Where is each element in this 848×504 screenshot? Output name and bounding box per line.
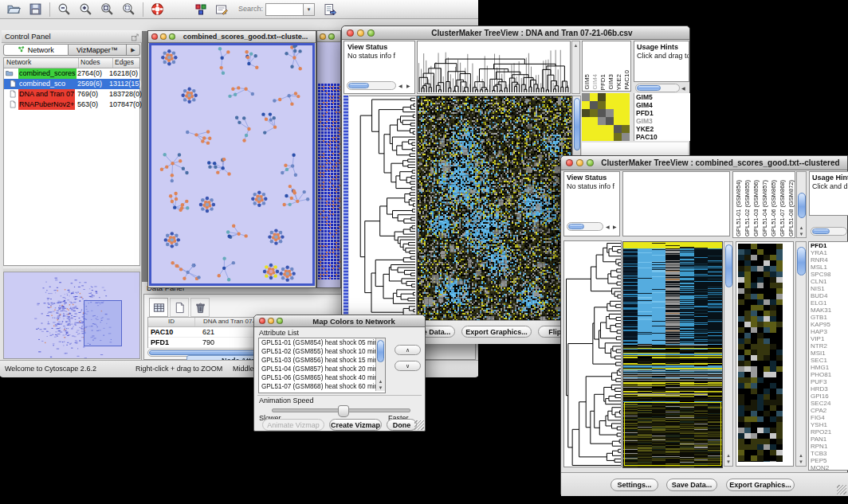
- zoom-button[interactable]: [277, 318, 283, 324]
- matrix-cell[interactable]: [582, 93, 590, 101]
- open-icon[interactable]: [7, 2, 21, 16]
- scroll-thumb[interactable]: [574, 98, 580, 150]
- col-header-nodes[interactable]: Nodes: [79, 58, 113, 68]
- resize-grip[interactable]: [837, 485, 846, 494]
- matrix-cell[interactable]: [598, 117, 606, 125]
- column-label[interactable]: GIM3: [607, 74, 615, 90]
- column-label[interactable]: GIM5: [583, 74, 591, 90]
- zoom-button[interactable]: [169, 33, 175, 40]
- gene-label[interactable]: PEP5: [811, 457, 848, 464]
- row-label[interactable]: GIM3: [636, 117, 690, 125]
- gene-label[interactable]: SEC1: [811, 357, 848, 364]
- matrix-cell[interactable]: [614, 101, 622, 109]
- tv1-row-dendrogram[interactable]: [349, 96, 415, 318]
- scroll-down-arrow[interactable]: ▼: [796, 459, 806, 464]
- scroll-down-arrow[interactable]: ▼: [376, 385, 385, 390]
- matrix-cell[interactable]: [622, 133, 630, 141]
- tv2-uh-scrollbar[interactable]: [811, 227, 847, 236]
- matrix-cell[interactable]: [622, 125, 630, 133]
- matrix-cell[interactable]: [606, 101, 614, 109]
- help-icon[interactable]: [151, 2, 164, 16]
- gene-label[interactable]: MSL1: [811, 264, 848, 271]
- row-label[interactable]: PAC10: [636, 133, 690, 141]
- network-overview-panel[interactable]: [3, 272, 140, 359]
- tv1-uh-scrollbar[interactable]: [635, 84, 680, 92]
- matrix-cell[interactable]: [598, 101, 606, 109]
- attribute-list-item[interactable]: GPL51-07 (GSM868) heat shock 60 min: [259, 382, 385, 391]
- tv1-similarity-matrix[interactable]: [582, 93, 630, 141]
- scroll-thumb[interactable]: [725, 244, 732, 287]
- new-attribute-icon[interactable]: [170, 298, 189, 317]
- tv2-heatmap[interactable]: [622, 241, 723, 468]
- matrix-cell[interactable]: [606, 109, 614, 117]
- column-label[interactable]: GPL51-04 (GSM857): [760, 180, 769, 236]
- gene-label[interactable]: GPI16: [811, 393, 848, 400]
- panel-splitter[interactable]: [3, 267, 140, 271]
- dense-network-view[interactable]: [317, 84, 340, 279]
- animation-speed-slider[interactable]: [272, 408, 410, 412]
- gene-label[interactable]: HMG1: [811, 364, 848, 371]
- tv2-collabel-scrollbar[interactable]: ▲ ▼: [796, 171, 807, 238]
- column-label[interactable]: GPL51-07 (GSM868): [778, 180, 787, 236]
- resize-grip[interactable]: [414, 420, 424, 430]
- zoom-button[interactable]: [328, 33, 335, 40]
- done-button[interactable]: Done: [387, 419, 417, 431]
- matrix-cell[interactable]: [582, 101, 590, 109]
- row-label[interactable]: GIM4: [636, 101, 690, 109]
- gene-label[interactable]: BUD4: [811, 292, 848, 299]
- matrix-cell[interactable]: [614, 117, 622, 125]
- column-label[interactable]: GIM4: [591, 74, 599, 90]
- move-down-button[interactable]: ∨: [395, 361, 421, 371]
- gene-label[interactable]: CLN1: [811, 278, 848, 285]
- tv1-titlebar[interactable]: ClusterMaker TreeView : DNA and Tran 07-…: [342, 26, 689, 40]
- matrix-cell[interactable]: [614, 109, 622, 117]
- gene-label[interactable]: RPO21: [811, 428, 848, 436]
- tv2-export-graphics-button[interactable]: Export Graphics...: [726, 479, 795, 491]
- gene-label[interactable]: KAP95: [811, 321, 848, 328]
- gene-label[interactable]: MSI1: [811, 350, 848, 357]
- annotation-icon[interactable]: [215, 3, 228, 16]
- column-label[interactable]: GPL51-08 (GSM872): [787, 180, 795, 236]
- matrix-cell[interactable]: [582, 133, 590, 141]
- network-table-row[interactable]: combined_scores2764(0)16218(0): [4, 68, 139, 79]
- attribute-listbox[interactable]: GPL51-01 (GSM854) heat shock 05 minGPL51…: [258, 338, 386, 393]
- gene-label[interactable]: FIG4: [811, 414, 848, 421]
- matrix-cell[interactable]: [598, 93, 606, 101]
- matrix-cell[interactable]: [622, 93, 630, 101]
- zoom-fit-icon[interactable]: [100, 2, 114, 16]
- tab-vizmapper[interactable]: VizMapper™: [69, 44, 127, 56]
- gene-label[interactable]: PAN1: [811, 436, 848, 443]
- gene-label[interactable]: CPA2: [811, 407, 848, 414]
- tv2-zoom-heatmap[interactable]: [738, 244, 783, 462]
- matrix-cell[interactable]: [614, 125, 622, 133]
- search-input[interactable]: [265, 3, 304, 16]
- listbox-scrollbar[interactable]: ▲ ▼: [375, 338, 385, 391]
- network-table-row[interactable]: RNAPuberNov2+563(0)107847(0): [4, 100, 139, 110]
- zoom-out-icon[interactable]: [57, 2, 71, 16]
- gene-label[interactable]: PUF3: [811, 378, 848, 385]
- scroll-right-arrow[interactable]: ▶: [406, 83, 410, 88]
- create-vizmap-button[interactable]: Create Vizmap: [329, 419, 382, 431]
- matrix-cell[interactable]: [590, 133, 598, 141]
- gene-label[interactable]: TCB3: [811, 450, 848, 457]
- move-up-button[interactable]: ∧: [395, 345, 421, 355]
- matrix-cell[interactable]: [622, 101, 630, 109]
- tab-overflow-arrow[interactable]: ▶: [127, 44, 140, 56]
- scroll-up-arrow[interactable]: ▲: [797, 225, 806, 230]
- scroll-right-arrow[interactable]: ▶: [613, 224, 617, 229]
- minimize-button[interactable]: [268, 318, 274, 324]
- matrix-cell[interactable]: [590, 117, 598, 125]
- network-view-titlebar[interactable]: combined_scores_good.txt--cluste...: [148, 31, 316, 43]
- tab-network[interactable]: Network: [3, 44, 69, 56]
- scroll-up-arrow[interactable]: ▲: [724, 453, 732, 458]
- minimize-button[interactable]: [357, 29, 364, 37]
- scroll-thumb[interactable]: [637, 85, 661, 91]
- network-table-row[interactable]: DNA and Tran 07769(0)183728(0): [4, 89, 139, 100]
- gene-label[interactable]: HRD3: [811, 385, 848, 393]
- matrix-cell[interactable]: [598, 133, 606, 141]
- overview-viewport-rect[interactable]: [84, 300, 122, 346]
- matrix-cell[interactable]: [590, 101, 598, 109]
- dialog-titlebar[interactable]: Map Colors to Network: [254, 315, 425, 327]
- matrix-cell[interactable]: [590, 125, 598, 133]
- plugin-icon[interactable]: [194, 3, 207, 16]
